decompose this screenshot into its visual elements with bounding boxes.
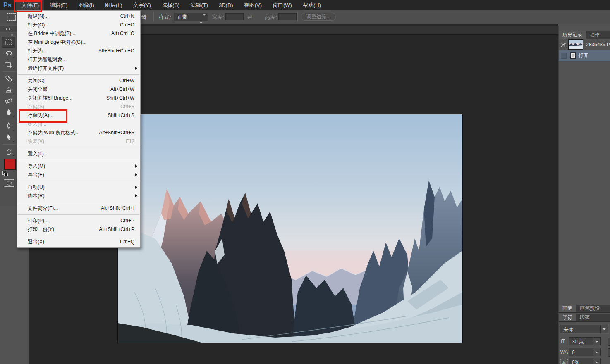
menubar-item-layer[interactable]: 图层(L) bbox=[100, 0, 128, 10]
menu-item-label: 脚本(R) bbox=[28, 192, 45, 200]
lasso-icon bbox=[4, 49, 13, 58]
dropdown-arrow-icon[interactable] bbox=[593, 358, 600, 364]
menu-item-shortcut: Ctrl+S bbox=[120, 102, 134, 111]
tool-clone-stamp[interactable] bbox=[2, 84, 15, 95]
tab-history[interactable]: 历史记录 bbox=[559, 31, 586, 39]
snapshot-thumbnail[interactable] bbox=[568, 39, 583, 50]
menu-item-shortcut: Alt+Shift+Ctrl+O bbox=[98, 47, 134, 55]
file-menu-item-import[interactable]: 导入(M) bbox=[17, 162, 140, 171]
quick-mask-button[interactable] bbox=[4, 179, 14, 187]
tab-paragraph[interactable]: 段落 bbox=[576, 314, 593, 321]
dropdown-arrow-icon[interactable] bbox=[600, 325, 608, 333]
menubar-item-type[interactable]: 文字(Y) bbox=[128, 0, 156, 10]
menubar-item-image[interactable]: 图像(I) bbox=[73, 0, 100, 10]
file-menu-item-scripts[interactable]: 脚本(R) bbox=[17, 192, 140, 200]
height-input[interactable] bbox=[278, 13, 297, 20]
file-menu-item-open[interactable]: 打开(O)...Ctrl+O bbox=[17, 21, 140, 29]
history-snapshot-row[interactable]: 2835436.PNG bbox=[559, 39, 610, 50]
file-menu-item-save-for-web[interactable]: 存储为 Web 所用格式...Alt+Shift+Ctrl+S bbox=[17, 128, 140, 137]
tool-rectangular-marquee[interactable] bbox=[2, 37, 15, 48]
water-drop-icon bbox=[4, 107, 13, 117]
file-menu-item-open-as[interactable]: 打开为...Alt+Shift+Ctrl+O bbox=[17, 47, 140, 55]
menu-item-label: 关闭全部 bbox=[28, 85, 48, 94]
subtool-indicator-icon bbox=[13, 140, 14, 142]
tab-actions[interactable]: 动作 bbox=[586, 31, 603, 39]
menu-item-shortcut: Alt+Shift+Ctrl+I bbox=[101, 204, 134, 213]
menu-item-shortcut: Alt+Ctrl+W bbox=[110, 85, 134, 94]
menu-item-shortcut: Ctrl+P bbox=[120, 216, 134, 225]
submenu-arrow-icon bbox=[135, 186, 137, 189]
tsume-select[interactable]: 0% bbox=[569, 358, 601, 364]
subtool-indicator-icon bbox=[13, 154, 14, 156]
file-menu-item-print[interactable]: 打印(P)...Ctrl+P bbox=[17, 216, 140, 225]
tool-path-selection[interactable] bbox=[2, 132, 15, 143]
tool-lasso[interactable] bbox=[2, 48, 15, 59]
menubar-item-edit[interactable]: 编辑(E) bbox=[44, 0, 73, 10]
kerning-icon: V/A bbox=[560, 349, 568, 355]
file-menu-item-file-info[interactable]: 文件简介(F)...Alt+Shift+Ctrl+I bbox=[17, 204, 140, 213]
double-left-arrow-icon bbox=[8, 27, 10, 31]
font-size-value: 30 点 bbox=[572, 339, 584, 345]
tool-hand[interactable] bbox=[2, 146, 15, 157]
file-menu-item-browse-in-mini-bridge[interactable]: 在 Mini Bridge 中浏览(G)... bbox=[17, 38, 140, 47]
menu-item-shortcut: Ctrl+Q bbox=[120, 238, 134, 246]
file-menu-item-new[interactable]: 新建(N)...Ctrl+N bbox=[17, 12, 140, 21]
menu-item-label: 文件简介(F)... bbox=[28, 204, 58, 213]
width-input[interactable] bbox=[225, 13, 244, 20]
selection-arrow-icon bbox=[4, 133, 13, 142]
tool-preset-marquee-icon[interactable] bbox=[7, 13, 16, 21]
menu-item-label: 最近打开文件(T) bbox=[28, 64, 64, 73]
collapse-panel-button[interactable] bbox=[0, 26, 17, 32]
tab-brush[interactable]: 画笔 bbox=[559, 305, 576, 312]
history-brush-source-icon[interactable] bbox=[560, 41, 567, 48]
style-select[interactable]: 正常 bbox=[174, 13, 208, 21]
kerning-select[interactable]: 0 bbox=[569, 348, 601, 356]
tab-brush-presets[interactable]: 画笔预设 bbox=[576, 305, 603, 312]
menu-item-label: 导出(E) bbox=[28, 171, 44, 179]
tool-blur[interactable] bbox=[2, 107, 15, 117]
file-menu-item-close-all[interactable]: 关闭全部Alt+Ctrl+W bbox=[17, 85, 140, 94]
menubar-item-filter[interactable]: 滤镜(T) bbox=[185, 0, 213, 10]
menubar-item-window[interactable]: 窗口(W) bbox=[267, 0, 297, 10]
annotation-box-save-as bbox=[19, 109, 67, 123]
dropdown-arrow-icon[interactable] bbox=[593, 338, 600, 345]
subtool-indicator-icon bbox=[13, 56, 14, 58]
tab-character[interactable]: 字符 bbox=[559, 314, 576, 321]
default-colors-icon[interactable] bbox=[2, 171, 8, 176]
file-menu-item-open-as-smart-object[interactable]: 打开为智能对象... bbox=[17, 55, 140, 64]
tool-spot-healing-brush[interactable] bbox=[2, 73, 15, 84]
history-step-checkbox[interactable] bbox=[561, 53, 567, 59]
refine-edge-button[interactable]: 调整边缘... bbox=[301, 13, 336, 21]
file-menu-dropdown: 新建(N)...Ctrl+N 打开(O)...Ctrl+O 在 Bridge 中… bbox=[17, 10, 141, 248]
submenu-arrow-icon bbox=[135, 164, 137, 168]
file-menu-item-close[interactable]: 关闭(C)Ctrl+W bbox=[17, 76, 140, 85]
file-menu-item-automate[interactable]: 自动(U) bbox=[17, 183, 140, 192]
file-menu-item-close-and-go-to-bridge[interactable]: 关闭并转到 Bridge...Shift+Ctrl+W bbox=[17, 94, 140, 102]
history-step-open[interactable]: 打开 bbox=[559, 50, 610, 61]
file-menu-item-place[interactable]: 置入(L)... bbox=[17, 150, 140, 158]
options-divider bbox=[297, 12, 298, 22]
tool-pen[interactable] bbox=[2, 121, 15, 131]
submenu-arrow-icon bbox=[135, 194, 137, 197]
menu-item-shortcut: Alt+Ctrl+O bbox=[111, 29, 134, 38]
file-menu-item-export[interactable]: 导出(E) bbox=[17, 171, 140, 179]
menubar-item-select[interactable]: 选择(S) bbox=[156, 0, 185, 10]
dropdown-arrow-icon[interactable] bbox=[593, 348, 600, 356]
file-menu-item-print-one-copy[interactable]: 打印一份(Y)Alt+Shift+Ctrl+P bbox=[17, 225, 140, 234]
menubar-item-3d[interactable]: 3D(D) bbox=[213, 0, 239, 10]
swap-dimensions-icon[interactable]: ⇄ bbox=[247, 13, 252, 20]
foreground-color-swatch[interactable] bbox=[4, 159, 16, 170]
menubar-item-help[interactable]: 帮助(H) bbox=[297, 0, 326, 10]
file-menu-item-browse-in-bridge[interactable]: 在 Bridge 中浏览(B)...Alt+Ctrl+O bbox=[17, 29, 140, 38]
file-menu-item-exit[interactable]: 退出(X)Ctrl+Q bbox=[17, 238, 140, 246]
menubar-item-view[interactable]: 视图(V) bbox=[239, 0, 267, 10]
canvas-photo[interactable] bbox=[118, 114, 462, 343]
tool-eraser[interactable] bbox=[2, 95, 15, 106]
font-family-select[interactable]: 宋体 bbox=[560, 325, 608, 334]
font-size-select[interactable]: 30 点 bbox=[569, 337, 601, 345]
file-menu-item-revert: 恢复(V)F12 bbox=[17, 137, 140, 146]
tool-crop[interactable] bbox=[2, 59, 15, 70]
kerning-value: 0 bbox=[572, 350, 575, 355]
file-menu-item-open-recent[interactable]: 最近打开文件(T) bbox=[17, 64, 140, 73]
menu-item-label: 在 Bridge 中浏览(B)... bbox=[28, 29, 75, 38]
